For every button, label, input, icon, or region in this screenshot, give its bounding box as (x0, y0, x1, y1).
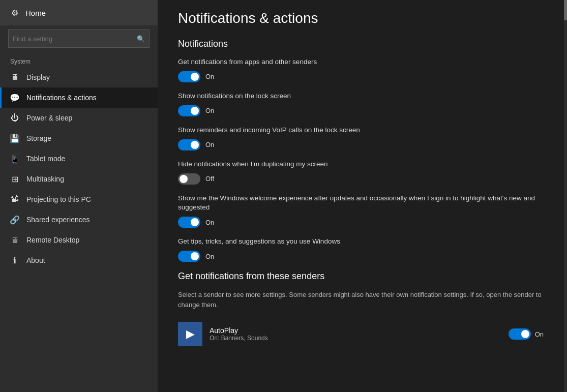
sender-icon-autoplay: ▶ (178, 322, 202, 346)
notifications-icon: 💬 (10, 93, 19, 102)
toggle-wrapper: On (178, 217, 544, 228)
sidebar-item-projecting[interactable]: 📽 Projecting to this PC (0, 189, 158, 209)
sidebar-item-notifications[interactable]: 💬 Notifications & actions (0, 87, 158, 108)
remote-icon: 🖥 (10, 235, 19, 245)
sidebar-item-display[interactable]: 🖥 Display (0, 67, 158, 87)
multitasking-icon: ⊞ (10, 174, 19, 184)
sidebar-item-label: Notifications & actions (26, 94, 97, 102)
sidebar-item-label: Display (26, 73, 50, 81)
toggle-lock-screen: Show notifications on the lock screen On (178, 92, 544, 116)
search-input[interactable] (13, 35, 137, 43)
notifications-section-title: Notifications (178, 39, 544, 49)
toggle-switch-autoplay[interactable] (509, 328, 531, 340)
toggle-state-apps-senders: On (205, 73, 214, 80)
toggle-switch-tips[interactable] (178, 251, 200, 262)
search-icon[interactable]: 🔍 (137, 35, 145, 43)
toggle-wrapper: On (178, 139, 544, 150)
toggle-switch-voip[interactable] (178, 139, 200, 150)
search-container: 🔍 (0, 25, 158, 54)
toggle-duplicating: Hide notifications when I'm duplicating … (178, 160, 544, 185)
toggle-label-welcome: Show me the Windows welcome experience a… (178, 194, 544, 213)
sidebar-item-remote[interactable]: 🖥 Remote Desktop (0, 230, 158, 250)
toggle-voip: Show reminders and incoming VoIP calls o… (178, 126, 544, 150)
sidebar-item-storage[interactable]: 💾 Storage (0, 128, 158, 148)
toggle-state-lock-screen: On (205, 107, 214, 114)
toggle-switch-welcome[interactable] (178, 217, 200, 228)
sidebar-item-multitasking[interactable]: ⊞ Multitasking (0, 169, 158, 189)
toggle-state-autoplay: On (535, 330, 544, 338)
toggle-tips: Get tips, tricks, and suggestions as you… (178, 237, 544, 262)
senders-desc: Select a sender to see more settings. So… (178, 290, 544, 310)
toggle-state-welcome: On (205, 219, 214, 226)
sidebar-item-label: Shared experiences (26, 216, 90, 224)
toggle-wrapper: Off (178, 173, 544, 185)
toggle-switch-lock-screen[interactable] (178, 105, 200, 116)
sidebar-item-label: Power & sleep (26, 114, 72, 122)
toggle-label-lock-screen: Show notifications on the lock screen (178, 92, 544, 101)
sidebar-item-label: Projecting to this PC (26, 195, 91, 203)
sender-info-autoplay: AutoPlay On: Banners, Sounds (210, 326, 501, 342)
sender-name-autoplay: AutoPlay (210, 326, 501, 335)
toggle-wrapper: On (178, 251, 544, 262)
sender-sub-autoplay: On: Banners, Sounds (210, 335, 501, 342)
tablet-icon: 📱 (10, 154, 19, 163)
sidebar-item-tablet[interactable]: 📱 Tablet mode (0, 148, 158, 169)
senders-section-title: Get notifications from these senders (178, 271, 544, 282)
main-content: Notifications & actions Notifications Ge… (158, 0, 564, 392)
sidebar-item-label: Remote Desktop (26, 236, 79, 244)
toggle-switch-duplicating[interactable] (178, 173, 200, 185)
toggle-state-duplicating: Off (205, 175, 214, 183)
power-icon: ⏻ (10, 113, 19, 123)
toggle-wrapper: On (178, 71, 544, 82)
scroll-indicator (564, 0, 567, 392)
scroll-thumb[interactable] (564, 0, 567, 20)
sidebar-item-label: About (26, 256, 45, 264)
system-section-label: System (0, 54, 158, 67)
sender-row-autoplay[interactable]: ▶ AutoPlay On: Banners, Sounds On (178, 318, 544, 350)
sidebar-item-label: Storage (26, 134, 51, 142)
toggle-welcome: Show me the Windows welcome experience a… (178, 194, 544, 228)
projecting-icon: 📽 (10, 195, 19, 204)
sidebar-item-power[interactable]: ⏻ Power & sleep (0, 108, 158, 128)
toggle-wrapper: On (178, 105, 544, 116)
toggle-switch-apps-senders[interactable] (178, 71, 200, 82)
toggle-apps-senders: Get notifications from apps and other se… (178, 57, 544, 82)
home-icon: ⚙ (10, 8, 19, 17)
toggle-label-duplicating: Hide notifications when I'm duplicating … (178, 160, 544, 169)
home-label: Home (25, 9, 46, 17)
display-icon: 🖥 (10, 73, 19, 82)
storage-icon: 💾 (10, 134, 19, 143)
sidebar-item-label: Multitasking (26, 175, 64, 183)
sidebar-item-about[interactable]: ℹ About (0, 250, 158, 270)
home-button[interactable]: ⚙ Home (0, 0, 158, 25)
toggle-state-voip: On (205, 141, 214, 148)
toggle-state-tips: On (205, 253, 214, 260)
about-icon: ℹ (10, 256, 19, 265)
toggle-label-apps-senders: Get notifications from apps and other se… (178, 57, 544, 67)
autoplay-icon: ▶ (186, 327, 195, 341)
toggle-label-tips: Get tips, tricks, and suggestions as you… (178, 237, 544, 247)
sender-toggle-area-autoplay: On (509, 328, 544, 340)
page-title: Notifications & actions (178, 10, 544, 26)
sidebar-item-shared[interactable]: 🔗 Shared experiences (0, 209, 158, 230)
sidebar: ⚙ Home 🔍 System 🖥 Display 💬 Notification… (0, 0, 158, 392)
shared-icon: 🔗 (10, 215, 19, 224)
toggle-label-voip: Show reminders and incoming VoIP calls o… (178, 126, 544, 135)
search-box: 🔍 (8, 29, 150, 48)
sidebar-item-label: Tablet mode (26, 155, 65, 163)
